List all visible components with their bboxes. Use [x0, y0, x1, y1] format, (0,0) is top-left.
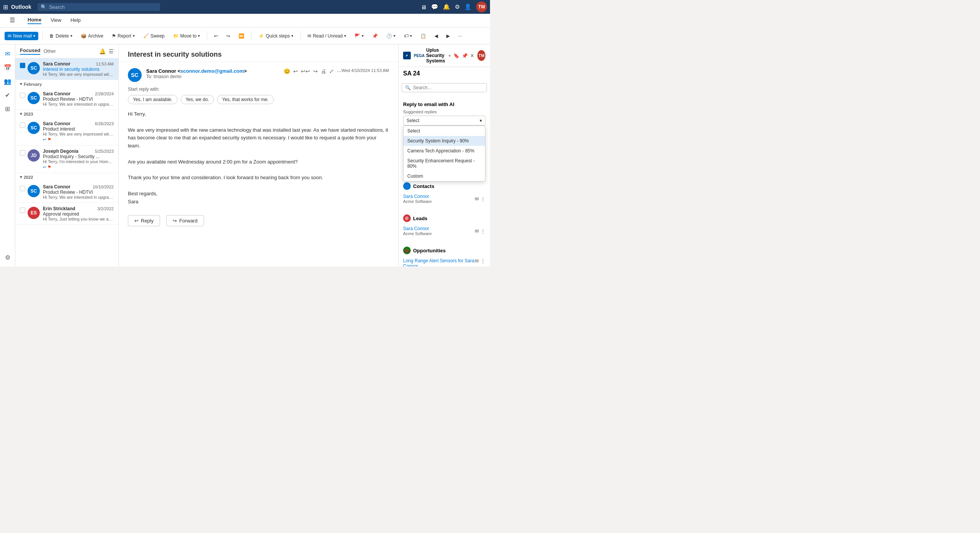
- month-group-2023[interactable]: ▾ 2023: [15, 110, 118, 118]
- sender-email-link[interactable]: sconnor.demo@gmail.com: [180, 68, 244, 74]
- quick-reply-btn-2[interactable]: Yes, that works for me.: [217, 95, 274, 104]
- message-header: SC Sara Connor <sconnor.demo@gmail.com> …: [128, 68, 389, 82]
- expand-icon[interactable]: ⤢: [329, 68, 334, 74]
- tab-home[interactable]: Home: [28, 17, 41, 24]
- month-group-february[interactable]: ▾ February: [15, 80, 118, 88]
- chat-icon[interactable]: 💬: [431, 3, 438, 10]
- redo-left-button[interactable]: ↪: [223, 32, 233, 40]
- dropdown-item-security-inquiry[interactable]: Security System Inquiry - 90%: [403, 136, 485, 146]
- sweep-button[interactable]: 🧹 Sweep: [140, 32, 168, 40]
- pin-button[interactable]: 📌: [369, 32, 381, 40]
- monitor-icon[interactable]: 🖥: [421, 4, 426, 10]
- email-flags: ↩ ⚑: [43, 137, 114, 142]
- panel-pin-icon[interactable]: 📌: [462, 53, 468, 59]
- email-checkbox[interactable]: [20, 150, 25, 155]
- lead-more-icon[interactable]: ⋮: [480, 228, 485, 234]
- app-grid-icon[interactable]: ⊞: [3, 3, 8, 11]
- read-unread-button[interactable]: ✉ Read / Unread ▾: [304, 32, 349, 40]
- dropdown-item-camera-tech[interactable]: Camera Tech Appreciation - 85%: [403, 146, 485, 156]
- email-item[interactable]: SC Sara Connor 6/26/2023 Product interes…: [15, 118, 118, 146]
- dropdown-item-select[interactable]: Select: [403, 126, 485, 136]
- opp-more-icon[interactable]: ⋮: [480, 258, 485, 264]
- tab-view[interactable]: View: [51, 17, 61, 24]
- panel-add-icon[interactable]: +: [448, 53, 451, 59]
- report-button[interactable]: ⚑ Report ▾: [109, 32, 138, 40]
- email-checkbox[interactable]: [20, 93, 25, 98]
- email-item[interactable]: ES Erin Strickland 3/2/2022 Approval req…: [15, 203, 118, 225]
- forward-button[interactable]: ↪ Forward: [166, 215, 204, 226]
- delete-button[interactable]: 🗑 Delete ▾: [46, 32, 75, 40]
- lead-email-icon[interactable]: ✉: [475, 228, 479, 234]
- clock-button[interactable]: 🕐▾: [383, 32, 399, 40]
- panel-search-input[interactable]: [413, 85, 483, 90]
- search-input[interactable]: [49, 4, 149, 10]
- chevron-down-icon: ▾: [20, 111, 22, 116]
- email-sender: Joseph Degonia: [43, 149, 78, 154]
- undo-button[interactable]: ↩: [211, 32, 221, 40]
- forward2-button[interactable]: ▶: [443, 32, 453, 40]
- contact-more-icon[interactable]: ⋮: [480, 196, 485, 202]
- sidebar-icon-apps[interactable]: ⊞: [2, 103, 14, 115]
- quick-reply-btn-0[interactable]: Yes, I am available.: [128, 95, 178, 104]
- month-group-2022[interactable]: ▾ 2022: [15, 173, 118, 181]
- reply-all-icon[interactable]: ↩↩: [301, 68, 310, 74]
- email-content: Sara Connor 6/26/2023 Product interest H…: [43, 121, 114, 142]
- contact-company: Acme Software: [403, 199, 472, 204]
- email-item[interactable]: SC Sara Connor 10/10/2022 Product Review…: [15, 181, 118, 203]
- contact-email-icon[interactable]: ✉: [475, 196, 479, 202]
- panel-bookmark-icon[interactable]: 🔖: [453, 53, 459, 59]
- more-actions-icon[interactable]: ···: [337, 68, 341, 74]
- dropdown-item-custom[interactable]: Custom: [403, 171, 485, 181]
- sidebar-icon-tasks[interactable]: ✔: [2, 89, 14, 101]
- email-checkbox[interactable]: [20, 123, 25, 128]
- category-button[interactable]: 🏷▾: [401, 32, 415, 40]
- email-checkbox[interactable]: [20, 186, 25, 191]
- move-to-button[interactable]: 📁 Move to ▾: [170, 32, 203, 40]
- filter-icon[interactable]: 🔔: [99, 48, 106, 54]
- print-icon[interactable]: 🖨: [321, 68, 326, 74]
- quick-steps-button[interactable]: ⚡ Quick steps ▾: [255, 32, 296, 40]
- suggested-replies-select[interactable]: Select ▾: [403, 116, 485, 126]
- opp-name-1[interactable]: Long Range Alert Sensors for Sara Connor: [403, 258, 475, 266]
- archive-button[interactable]: 📦 Archive: [78, 32, 106, 40]
- sidebar-icon-settings[interactable]: ⚙: [2, 251, 14, 263]
- quick-reply-btn-1[interactable]: Yes, we do.: [181, 95, 214, 104]
- forward-icon[interactable]: ↪: [313, 68, 318, 74]
- new-mail-button[interactable]: ✉ New mail ▾: [5, 32, 38, 40]
- quick-steps-label: Quick steps: [266, 33, 290, 39]
- tab-focused[interactable]: Focused: [20, 47, 40, 55]
- sidebar-icon-mail[interactable]: ✉: [2, 47, 14, 60]
- emoji-icon[interactable]: 😊: [284, 68, 290, 74]
- email-content: Joseph Degonia 5/25/2023 Product Inquiry…: [43, 149, 114, 170]
- back-button[interactable]: ◀: [431, 32, 441, 40]
- sidebar-icon-people[interactable]: 👥: [2, 75, 14, 87]
- forward-toolbar-button[interactable]: ⏩: [235, 32, 247, 40]
- email-checkbox[interactable]: [20, 208, 25, 213]
- email-item[interactable]: SC Sara Connor 2/28/2024 Product Review …: [15, 88, 118, 110]
- dropdown-item-security-enhancement[interactable]: Security Enhancement Request - 80%: [403, 156, 485, 171]
- avatar[interactable]: TM: [476, 2, 487, 12]
- contact-name[interactable]: Sara Connor: [403, 194, 472, 199]
- lead-name[interactable]: Sara Connor: [403, 226, 472, 231]
- panel-close-icon[interactable]: ✕: [470, 53, 474, 59]
- sort-icon[interactable]: ☰: [109, 48, 114, 54]
- reply-button[interactable]: ↩ Reply: [128, 215, 160, 226]
- sidebar-icon-calendar[interactable]: 📅: [2, 61, 14, 74]
- email-item[interactable]: JD Joseph Degonia 5/25/2023 Product Inqu…: [15, 146, 118, 173]
- message-footer: ↩ Reply ↪ Forward: [128, 215, 389, 226]
- dropdown-menu: Select Security System Inquiry - 90% Cam…: [403, 126, 485, 181]
- settings-icon[interactable]: ⚙: [455, 3, 460, 10]
- reply-icon[interactable]: ↩: [293, 68, 298, 74]
- person-icon[interactable]: 👤: [464, 3, 472, 10]
- copy-button[interactable]: 📋: [417, 32, 429, 40]
- tab-other[interactable]: Other: [43, 48, 56, 54]
- panel-header-icons: + 🔖 📌 ✕: [448, 53, 475, 59]
- flag-button[interactable]: 🚩▾: [351, 32, 367, 40]
- opp-email-icon[interactable]: ✉: [475, 258, 479, 264]
- email-checkbox[interactable]: [20, 63, 25, 68]
- bell-icon[interactable]: 🔔: [443, 3, 450, 10]
- hamburger-icon[interactable]: ☰: [6, 15, 18, 27]
- tab-help[interactable]: Help: [70, 17, 81, 24]
- more-button[interactable]: ···: [455, 32, 465, 40]
- email-item[interactable]: SC Sara Connor 11:53 AM Interest in secu…: [15, 58, 118, 80]
